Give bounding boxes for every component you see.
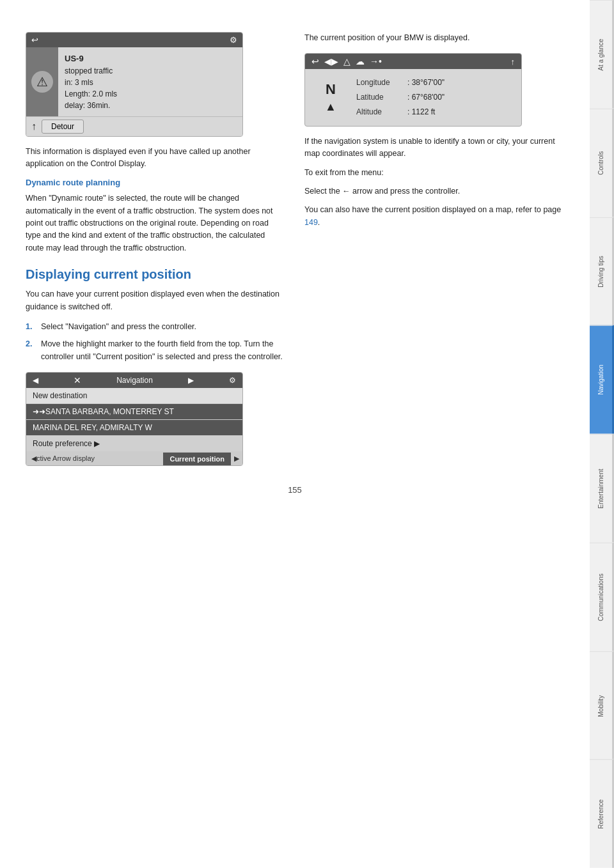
nav-footer-left-text: ◀ctive Arrow display [26, 452, 163, 465]
traffic-box: ↩ ⚙ ⚠ US-9 stopped traffic in: 3 mls Len… [26, 32, 243, 137]
tab-mobility[interactable]: Mobility [590, 651, 614, 760]
traffic-body: ⚠ US-9 stopped traffic in: 3 mls Length:… [26, 47, 242, 116]
gps-arrow-icon: →• [370, 56, 382, 66]
right-column: The current position of your BMW is disp… [304, 32, 564, 466]
compass-n-label: N [326, 81, 336, 98]
tab-driving-tips[interactable]: Driving tips [590, 217, 614, 326]
gps-coordinates: Longitude : 38°67'00" Latitude : 67°68'0… [350, 75, 515, 119]
exit-text: Select the ← arrow and press the control… [304, 185, 564, 198]
back-arrow-inline: ← [342, 187, 350, 196]
page-number: 155 [26, 485, 564, 495]
gps-up-arrow-icon: ↑ [511, 57, 516, 66]
traffic-footer: ↑ Detour [26, 116, 242, 136]
tab-entertainment-label: Entertainment [597, 469, 604, 508]
nav-left-arrow: ◀ [33, 376, 38, 385]
nav-item-santa-barbara[interactable]: ➜➜SANTA BARBARA, MONTERREY ST [26, 404, 242, 420]
gps-display-box: ↩ ◀▶ △ ☁ →• ↑ N ▲ [304, 53, 522, 126]
gps-warning-icon: △ [343, 56, 350, 66]
nav-title-icon: ✕ [74, 375, 81, 385]
tab-at-a-glance[interactable]: At a glance [590, 0, 614, 109]
traffic-text-col: US-9 stopped traffic in: 3 mls Length: 2… [58, 47, 242, 116]
tab-controls[interactable]: Controls [590, 109, 614, 217]
unable-text: If the navigation system is unable to id… [304, 136, 564, 160]
tab-entertainment[interactable]: Entertainment [590, 434, 614, 543]
tab-reference[interactable]: Reference [590, 759, 614, 868]
traffic-header: ↩ ⚙ [26, 33, 242, 47]
tab-communications[interactable]: Communications [590, 543, 614, 651]
detour-button[interactable]: Detour [42, 120, 84, 134]
nav-menu-header: ◀ ✕ Navigation ▶ ⚙ [26, 373, 242, 388]
current-position-button[interactable]: Current position [163, 453, 231, 465]
main-intro-text: You can have your current position displ… [26, 288, 285, 313]
dynamic-route-text: When "Dynamic route" is selected, the ro… [26, 192, 285, 254]
tab-navigation[interactable]: Navigation [590, 325, 614, 434]
nav-item-new-destination[interactable]: New destination [26, 388, 242, 404]
back-icon: ↩ [31, 35, 38, 45]
dynamic-route-heading: Dynamic route planning [26, 178, 285, 187]
step-1-text: Select "Navigation" and press the contro… [41, 321, 196, 333]
traffic-icon-col: ⚠ [26, 47, 58, 116]
altitude-value: : 1122 ft [407, 105, 435, 120]
step-2: 2. Move the highlight marker to the four… [26, 338, 285, 363]
traffic-warning-icon: ⚠ [31, 71, 53, 93]
info-text: This information is displayed even if yo… [26, 146, 285, 171]
tab-at-a-glance-label: At a glance [597, 38, 604, 70]
displaying-current-position-heading: Displaying current position [26, 267, 285, 282]
tab-reference-label: Reference [597, 800, 604, 829]
gps-header: ↩ ◀▶ △ ☁ →• ↑ [305, 54, 521, 69]
altitude-label: Altitude [356, 105, 401, 120]
step-1-number: 1. [26, 321, 36, 333]
map-text: You can also have the current position d… [304, 204, 564, 229]
settings-icon: ⚙ [230, 35, 237, 45]
steps-list: 1. Select "Navigation" and press the con… [26, 321, 285, 363]
map-text-end: . [318, 218, 320, 227]
longitude-label: Longitude [356, 75, 401, 90]
gps-audio-icon: ◀▶ [324, 56, 338, 66]
nav-menu-title: Navigation [116, 376, 153, 385]
tab-navigation-label: Navigation [597, 365, 604, 395]
gps-body: N ▲ Longitude : 38°67'00" Latitude : 67°… [305, 69, 521, 125]
tab-mobility-label: Mobility [597, 695, 604, 717]
gps-settings-icon: ☁ [356, 56, 365, 66]
page-container: ↩ ⚙ ⚠ US-9 stopped traffic in: 3 mls Len… [0, 0, 614, 868]
exit-text-content: arrow and press the controller. [352, 187, 460, 196]
main-content: ↩ ⚙ ⚠ US-9 stopped traffic in: 3 mls Len… [0, 0, 590, 868]
nav-item-marina-del-rey[interactable]: MARINA DEL REY, ADMIRALTY W [26, 420, 242, 436]
gps-back-icon: ↩ [311, 56, 319, 66]
traffic-info: stopped traffic in: 3 mls Length: 2.0 ml… [65, 65, 236, 111]
up-arrow-icon: ↑ [31, 121, 36, 132]
nav-settings-icon: ⚙ [229, 376, 236, 385]
nav-item-route-preference[interactable]: Route preference ▶ [26, 436, 242, 452]
gps-header-icons: ↩ ◀▶ △ ☁ →• [311, 56, 382, 66]
map-page-link[interactable]: 149 [304, 218, 318, 227]
nav-menu-footer: ◀ctive Arrow display Current position ▶ [26, 452, 242, 465]
route-name: US-9 [65, 54, 84, 63]
nav-footer-right-arrow: ▶ [231, 452, 242, 465]
nav-right-arrow: ▶ [188, 376, 194, 385]
latitude-row: Latitude : 67°68'00" [356, 90, 515, 105]
step-2-number: 2. [26, 338, 36, 363]
longitude-row: Longitude : 38°67'00" [356, 75, 515, 90]
compass-arrow-icon: ▲ [325, 100, 336, 114]
left-column: ↩ ⚙ ⚠ US-9 stopped traffic in: 3 mls Len… [26, 32, 285, 466]
altitude-row: Altitude : 1122 ft [356, 105, 515, 120]
compass-area: N ▲ [311, 81, 350, 114]
latitude-label: Latitude [356, 90, 401, 105]
nav-menu-box: ◀ ✕ Navigation ▶ ⚙ New destination ➜➜SAN… [26, 372, 243, 466]
tab-bar: At a glance Controls Driving tips Naviga… [590, 0, 614, 868]
columns: ↩ ⚙ ⚠ US-9 stopped traffic in: 3 mls Len… [26, 32, 564, 466]
tab-controls-label: Controls [597, 151, 604, 175]
longitude-value: : 38°67'00" [407, 75, 445, 90]
step-1: 1. Select "Navigation" and press the con… [26, 321, 285, 333]
tab-driving-tips-label: Driving tips [597, 256, 604, 287]
map-text-before: You can also have the current position d… [304, 205, 561, 214]
tab-communications-label: Communications [597, 573, 604, 621]
latitude-value: : 67°68'00" [407, 90, 445, 105]
exit-label: To exit from the menu: [304, 167, 564, 179]
step-2-text: Move the highlight marker to the fourth … [41, 338, 285, 363]
position-intro-text: The current position of your BMW is disp… [304, 32, 564, 44]
